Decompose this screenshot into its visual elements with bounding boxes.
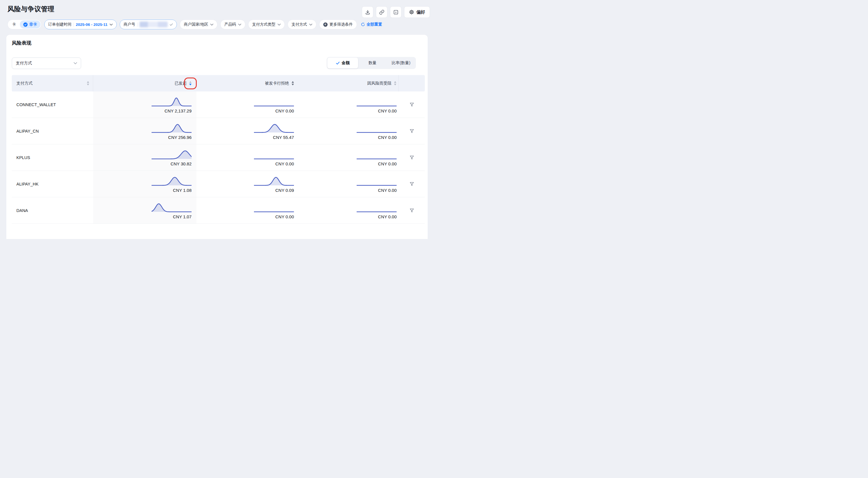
filter-bar: 卡 非卡 订单创建时间 2025-06 - 2025-11 商户号 商户国家/地… xyxy=(7,20,382,29)
table-row: CONNECT_WALLET CNY 2,137.29 CNY 0.00 CNY… xyxy=(12,92,425,118)
blocked-cell: CNY 0.00 xyxy=(299,197,399,223)
download-button[interactable] xyxy=(362,6,373,18)
row-filter-button[interactable] xyxy=(409,154,415,161)
metric-tabs: 金额 数量 比率(数量) xyxy=(327,57,416,69)
filter-payment-method-type[interactable]: 支付方式类型 xyxy=(248,20,285,29)
row-filter-button[interactable] xyxy=(409,101,415,108)
rejected-sparkline xyxy=(254,123,294,133)
column-header-payment-method[interactable]: 支付方式 xyxy=(12,75,93,92)
merchant-no-filter[interactable]: 商户号 xyxy=(120,20,177,29)
check-icon xyxy=(336,62,340,65)
blocked-amount: CNY 0.00 xyxy=(378,108,397,113)
table-body: CONNECT_WALLET CNY 2,137.29 CNY 0.00 CNY… xyxy=(12,92,425,224)
page-title: 风险与争议管理 xyxy=(7,5,54,13)
blocked-sparkline xyxy=(356,176,397,186)
chevron-down-icon xyxy=(238,24,241,26)
rejected-amount: CNY 0.09 xyxy=(275,188,294,193)
blocked-sparkline xyxy=(356,149,397,160)
payment-method-cell: DANA xyxy=(12,197,93,223)
initiated-amount: CNY 30.82 xyxy=(170,161,191,166)
merchant-no-masked-value xyxy=(140,22,168,27)
rejected-amount: CNY 0.00 xyxy=(275,214,294,219)
risk-performance-card: 风险表现 支付方式 金额 数量 比率(数量) 支付方式 已发起 xyxy=(6,35,428,239)
table-row: KPLUS CNY 30.82 CNY 0.00 CNY 0.00 xyxy=(12,145,425,171)
blocked-cell: CNY 0.00 xyxy=(299,92,399,118)
toggle-option-card[interactable]: 卡 xyxy=(8,22,20,27)
initiated-amount: CNY 1.08 xyxy=(173,188,191,193)
rejected-cell: CNY 55.47 xyxy=(196,118,299,144)
download-icon xyxy=(365,9,370,15)
sort-icon[interactable] xyxy=(291,81,294,86)
row-filter-button[interactable] xyxy=(409,181,415,187)
payment-method-cell: ALIPAY_CN xyxy=(12,118,93,144)
column-header-issuer-rejected[interactable]: 被发卡行拒绝 xyxy=(196,75,299,92)
chevron-down-icon xyxy=(278,24,281,26)
dimension-select[interactable]: 支付方式 xyxy=(12,58,81,69)
rejected-sparkline xyxy=(254,149,294,160)
chevron-down-icon xyxy=(210,24,213,26)
blocked-amount: CNY 0.00 xyxy=(378,188,397,193)
row-filter-button[interactable] xyxy=(409,128,415,134)
payment-method-cell: CONNECT_WALLET xyxy=(12,92,93,118)
filter-product-code[interactable]: 产品码 xyxy=(220,20,245,29)
filter-payment-method[interactable]: 支付方式 xyxy=(288,20,316,29)
initiated-sparkline xyxy=(152,202,191,213)
rejected-sparkline xyxy=(254,176,294,186)
reset-all-button[interactable]: 全部重置 xyxy=(361,22,382,27)
column-header-initiated[interactable]: 已发起 xyxy=(93,75,196,92)
initiated-amount: CNY 2,137.29 xyxy=(164,108,191,113)
more-filters-button[interactable]: + 更多筛选条件 xyxy=(319,20,357,29)
rejected-sparkline xyxy=(254,96,294,107)
initiated-sparkline xyxy=(152,96,191,107)
order-created-value: 2025-06 - 2025-11 xyxy=(76,23,107,27)
tab-rate-count[interactable]: 比率(数量) xyxy=(387,58,415,68)
plus-circle-icon: + xyxy=(323,23,328,27)
initiated-cell: CNY 256.96 xyxy=(93,118,196,144)
initiated-sparkline xyxy=(152,123,191,133)
sort-icon[interactable] xyxy=(87,81,89,86)
refresh-icon xyxy=(361,23,365,27)
check-icon xyxy=(170,23,173,26)
order-created-label: 订单创建时间 xyxy=(48,22,72,27)
blocked-amount: CNY 0.00 xyxy=(378,135,397,140)
rejected-amount: CNY 0.00 xyxy=(275,108,294,113)
chevron-down-icon xyxy=(309,24,312,26)
sort-icon[interactable] xyxy=(394,81,396,86)
filter-merchant-country[interactable]: 商户国家/地区 xyxy=(180,20,217,29)
row-filter-button[interactable] xyxy=(409,208,415,214)
copy-link-button[interactable] xyxy=(376,6,388,18)
merchant-no-label: 商户号 xyxy=(124,22,135,27)
link-icon xyxy=(379,9,384,15)
preferences-button[interactable]: 偏好 xyxy=(404,6,430,18)
initiated-cell: CNY 1.08 xyxy=(93,171,196,197)
initiated-amount: CNY 256.96 xyxy=(168,135,191,140)
table-header-row: 支付方式 已发起 被发卡行拒绝 因风险而受阻 xyxy=(12,75,425,92)
tab-amount[interactable]: 金额 xyxy=(327,58,358,68)
risk-table: 支付方式 已发起 被发卡行拒绝 因风险而受阻 CONN xyxy=(12,75,425,224)
payment-method-cell: ALIPAY_HK xyxy=(12,171,93,197)
initiated-sparkline xyxy=(152,176,191,186)
toggle-option-noncard[interactable]: 非卡 xyxy=(20,21,40,29)
preferences-label: 偏好 xyxy=(416,9,425,15)
info-button[interactable] xyxy=(390,6,402,18)
sort-icon-initiated[interactable] xyxy=(189,81,191,86)
card-type-toggle[interactable]: 卡 非卡 xyxy=(7,20,41,29)
rejected-cell: CNY 0.00 xyxy=(196,197,299,223)
blocked-sparkline xyxy=(356,96,397,107)
blocked-cell: CNY 0.00 xyxy=(299,118,399,144)
rejected-cell: CNY 0.00 xyxy=(196,92,299,118)
chevron-down-icon xyxy=(110,24,113,26)
gear-icon xyxy=(409,9,414,15)
payment-method-cell: KPLUS xyxy=(12,145,93,170)
table-row: ALIPAY_CN CNY 256.96 CNY 55.47 CNY 0.00 xyxy=(12,118,425,145)
blocked-sparkline xyxy=(356,202,397,213)
blocked-cell: CNY 0.00 xyxy=(299,171,399,197)
chevron-down-icon xyxy=(74,62,77,64)
blocked-sparkline xyxy=(356,123,397,133)
initiated-sparkline xyxy=(152,149,191,160)
column-header-blocked-by-risk[interactable]: 因风险而受阻 xyxy=(299,75,399,92)
rejected-amount: CNY 0.00 xyxy=(275,161,294,166)
order-created-filter[interactable]: 订单创建时间 2025-06 - 2025-11 xyxy=(44,20,117,29)
tab-count[interactable]: 数量 xyxy=(358,58,386,68)
initiated-cell: CNY 1.07 xyxy=(93,197,196,223)
